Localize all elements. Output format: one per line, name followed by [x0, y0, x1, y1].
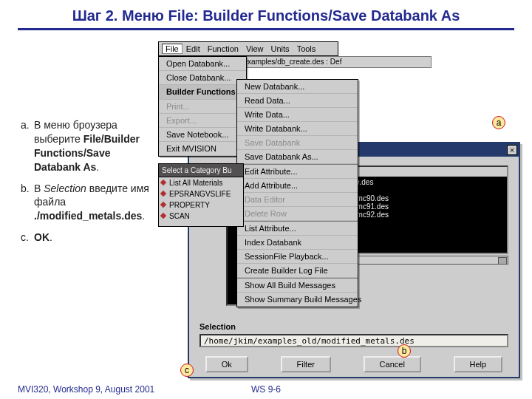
filter-button[interactable]: Filter — [281, 356, 331, 372]
builder-submenu: New Databank... Read Data... Write Data.… — [236, 79, 358, 307]
instr-letter: c. — [21, 231, 34, 245]
instructions: a. В меню броузера выберите File/Builder… — [21, 118, 154, 252]
category-header: Select a Category Bu — [159, 164, 243, 177]
menu-item[interactable]: New Databank... — [237, 80, 358, 94]
instruction-b: b. В Selection введите имя файла ./modif… — [21, 182, 154, 224]
menu-function[interactable]: Function — [204, 44, 242, 53]
menu-edit[interactable]: Edit — [183, 44, 204, 53]
selection-input[interactable]: /home/jkim/examples_old/modified_metals.… — [200, 334, 508, 347]
document-path: jkim/examples/db_create.des : Def — [225, 56, 432, 68]
instruction-a: a. В меню броузера выберите File/Builder… — [21, 118, 154, 174]
menu-item[interactable]: Save Databank — [237, 136, 358, 150]
menu-item[interactable]: Show Summary Build Messages — [237, 293, 358, 307]
category-item[interactable]: PROPERTY — [159, 200, 243, 211]
menu-item-save-as[interactable]: Save Databank As... — [237, 150, 358, 164]
instr-letter: a. — [21, 118, 34, 174]
menu-view[interactable]: View — [242, 44, 267, 53]
menu-item[interactable]: Write Databank... — [237, 122, 358, 136]
file-menu: Open Databank... Close Databank... Build… — [158, 56, 247, 157]
title-rule — [18, 28, 514, 30]
callout-b: b — [398, 344, 411, 358]
menu-item[interactable]: Export... — [159, 114, 246, 128]
menu-item[interactable]: Index Databank — [237, 236, 358, 250]
menu-item[interactable]: Show All Build Messages — [237, 278, 358, 293]
selection-label: Selection — [200, 322, 236, 331]
dialog-buttons: Ok Filter Cancel Help — [189, 356, 519, 372]
menubar[interactable]: File Edit Function View Units Tools — [158, 41, 338, 56]
menu-item[interactable]: Print... — [159, 100, 246, 114]
menu-item[interactable]: Add Attribute... — [237, 179, 358, 193]
instr-ital: Selection — [44, 183, 86, 194]
menu-item[interactable]: Save Notebook... — [159, 128, 246, 142]
instr-bold: ./modified_metals.des — [34, 210, 142, 222]
instr-text: В — [34, 183, 44, 194]
cancel-button[interactable]: Cancel — [364, 356, 421, 372]
menu-item[interactable]: SessionFile Playback... — [237, 250, 358, 264]
menu-item[interactable]: Delete Row — [237, 207, 358, 221]
instr-post: . — [96, 161, 99, 173]
menu-item[interactable]: Open Databank... — [159, 57, 246, 71]
menu-units[interactable]: Units — [267, 44, 293, 53]
menu-file[interactable]: File — [162, 44, 183, 54]
instruction-c: c. OK. — [21, 231, 154, 245]
category-item[interactable]: SCAN — [159, 211, 243, 222]
footer-page: WS 9-6 — [251, 384, 281, 395]
menu-item[interactable]: List Attribute... — [237, 221, 358, 236]
instr-post: . — [50, 231, 52, 243]
instr-post: . — [142, 210, 145, 222]
menu-item[interactable]: Read Data... — [237, 94, 358, 108]
category-item[interactable]: EPSRANGVSLIFE — [159, 188, 243, 200]
ok-button[interactable]: Ok — [205, 356, 248, 372]
menu-item[interactable]: Write Data... — [237, 108, 358, 122]
menu-item[interactable]: Edit Attribute... — [237, 164, 358, 179]
category-panel: Select a Category Bu List All Materials … — [158, 163, 244, 227]
menu-tools[interactable]: Tools — [293, 44, 320, 53]
callout-c: c — [180, 364, 194, 377]
menu-item[interactable]: Exit MVISION — [159, 142, 246, 156]
instr-bold: OK — [34, 231, 50, 243]
app-window: × Files db_create.des ex12.des subset_pm… — [158, 41, 520, 380]
category-item[interactable]: List All Materials — [159, 177, 243, 188]
menu-item[interactable]: Create Builder Log File — [237, 264, 358, 278]
footer-left: MVI320, Workshop 9, August 2001 — [18, 384, 154, 395]
menu-item[interactable]: Close Databank... — [159, 71, 246, 85]
callout-a: a — [492, 116, 505, 129]
help-button[interactable]: Help — [454, 356, 503, 372]
slide-title: Шаг 2. Меню File: Builder Functions/Save… — [0, 7, 532, 24]
menu-item-builder[interactable]: Builder Functions ▸ — [159, 85, 246, 100]
instr-letter: b. — [21, 182, 34, 224]
menu-item[interactable]: Data Editor — [237, 193, 358, 207]
close-icon[interactable]: × — [507, 145, 517, 155]
